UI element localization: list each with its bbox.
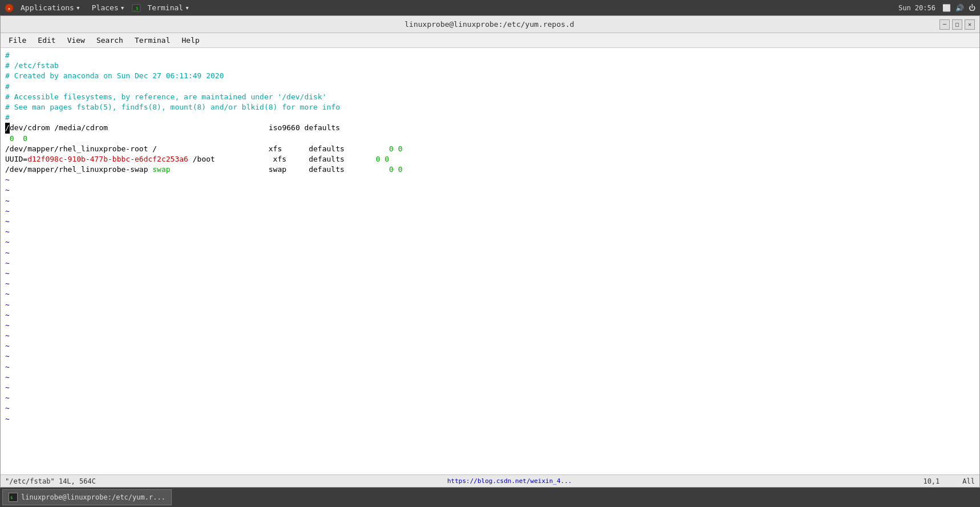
clock-display: Sun 20:56 <box>898 4 936 12</box>
taskbar-item-label: linuxprobe@linuxprobe:/etc/yum.r... <box>21 493 165 501</box>
content-line-11: UUID=d12f098c-910b-477b-bbbc-e6dcf2c253a… <box>5 154 975 164</box>
tilde-line-11: ~ <box>5 279 975 289</box>
menu-edit[interactable]: Edit <box>32 35 61 46</box>
taskbar-terminal-icon: $ <box>9 493 18 502</box>
tilde-line-9: ~ <box>5 258 975 268</box>
terminal-content[interactable]: # # /etc/fstab # Created by anaconda on … <box>1 48 979 474</box>
power-icon[interactable]: ⏻ <box>969 4 975 12</box>
tilde-line-8: ~ <box>5 248 975 258</box>
content-line-2: # /etc/fstab <box>5 61 975 71</box>
content-line-3: # Created by anaconda on Sun Dec 27 06:1… <box>5 71 975 81</box>
tilde-line-16: ~ <box>5 331 975 341</box>
vim-status-bar: "/etc/fstab" 14L, 564C https://blog.csdn… <box>1 474 979 487</box>
minimize-button[interactable]: ─ <box>939 19 950 30</box>
gnome-icon: ✦ <box>5 3 14 13</box>
cursor: / <box>5 123 10 133</box>
content-line-1: # <box>5 50 975 61</box>
content-line-8: /dev/cdrom /media/cdrom iso9660 defaults <box>5 123 975 133</box>
url-display: https://blog.csdn.net/weixin_4... <box>447 477 572 485</box>
content-line-5: # Accessible filesystems, by reference, … <box>5 92 975 102</box>
tilde-line-17: ~ <box>5 341 975 351</box>
tilde-line-22: ~ <box>5 393 975 403</box>
window-controls: ─ □ ✕ <box>939 19 975 30</box>
tilde-line-7: ~ <box>5 237 975 247</box>
content-line-10: /dev/mapper/rhel_linuxprobe-root / xfs d… <box>5 144 975 154</box>
svg-text:✦: ✦ <box>7 6 11 11</box>
menu-view[interactable]: View <box>62 35 91 46</box>
apps-chevron-icon: ▾ <box>76 3 80 12</box>
tilde-line-15: ~ <box>5 320 975 331</box>
places-menu[interactable]: Places ▾ <box>87 2 129 13</box>
title-bar: linuxprobe@linuxprobe:/etc/yum.repos.d ─… <box>1 16 979 33</box>
tilde-line-24: ~ <box>5 414 975 424</box>
file-info: "/etc/fstab" 14L, 564C <box>5 477 96 485</box>
content-line-7: # <box>5 112 975 123</box>
menu-file[interactable]: File <box>3 35 32 46</box>
tilde-line-4: ~ <box>5 206 975 216</box>
taskbar-terminal-item[interactable]: $ linuxprobe@linuxprobe:/etc/yum.r... <box>2 489 172 505</box>
window-title: linuxprobe@linuxprobe:/etc/yum.repos.d <box>39 20 939 29</box>
tilde-line-21: ~ <box>5 383 975 393</box>
close-button[interactable]: ✕ <box>965 19 975 30</box>
screen-icon[interactable]: ⬜ <box>942 4 951 12</box>
scroll-position: All <box>962 477 975 485</box>
tilde-line-1: ~ <box>5 175 975 185</box>
tilde-line-10: ~ <box>5 268 975 279</box>
tilde-line-12: ~ <box>5 289 975 299</box>
terminal-menu[interactable]: Terminal ▾ <box>143 2 194 13</box>
tilde-line-14: ~ <box>5 310 975 320</box>
volume-icon[interactable]: 🔊 <box>955 4 964 12</box>
content-line-6: # See man pages fstab(5), findfs(8), mou… <box>5 102 975 112</box>
taskbar: $ linuxprobe@linuxprobe:/etc/yum.r... <box>0 488 980 507</box>
tilde-line-18: ~ <box>5 351 975 361</box>
svg-text:_$: _$ <box>133 6 138 11</box>
content-line-9: 0 0 <box>5 134 975 144</box>
content-line-12: /dev/mapper/rhel_linuxprobe-swap swap sw… <box>5 164 975 175</box>
applications-menu[interactable]: Applications ▾ <box>16 2 85 13</box>
system-bar-left: ✦ Applications ▾ Places ▾ _$ Terminal ▾ <box>5 2 194 13</box>
maximize-button[interactable]: □ <box>952 19 962 30</box>
tilde-line-20: ~ <box>5 372 975 383</box>
places-chevron-icon: ▾ <box>120 3 125 12</box>
system-bar-right: Sun 20:56 ⬜ 🔊 ⏻ <box>898 4 975 12</box>
terminal-window: linuxprobe@linuxprobe:/etc/yum.repos.d ─… <box>0 15 980 488</box>
system-bar: ✦ Applications ▾ Places ▾ _$ Terminal ▾ … <box>0 0 980 15</box>
menu-help[interactable]: Help <box>176 35 205 46</box>
cursor-position: 10,1 <box>923 477 939 485</box>
menu-terminal[interactable]: Terminal <box>129 35 176 46</box>
tilde-line-13: ~ <box>5 300 975 310</box>
menu-bar: File Edit View Search Terminal Help <box>1 33 979 48</box>
tilde-line-3: ~ <box>5 196 975 206</box>
menu-search[interactable]: Search <box>91 35 129 46</box>
tilde-line-19: ~ <box>5 362 975 372</box>
tilde-line-6: ~ <box>5 227 975 237</box>
tilde-line-5: ~ <box>5 216 975 227</box>
terminal-chevron-icon: ▾ <box>185 3 189 12</box>
content-line-4: # <box>5 82 975 92</box>
position-info: 10,1 All <box>923 477 975 485</box>
svg-text:$: $ <box>10 496 13 500</box>
tilde-line-2: ~ <box>5 185 975 195</box>
terminal-sys-icon: _$ <box>132 3 141 13</box>
sys-tray-icons: ⬜ 🔊 ⏻ <box>942 4 975 12</box>
tilde-line-23: ~ <box>5 403 975 413</box>
